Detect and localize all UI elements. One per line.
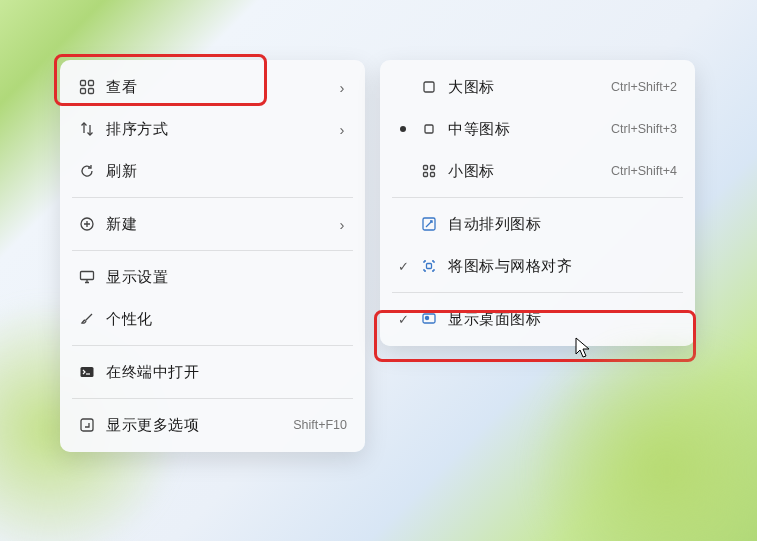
menu-item-personalize[interactable]: 个性化 — [66, 298, 359, 340]
check-indicator: ✓ — [392, 312, 414, 327]
small-icons-icon — [414, 163, 444, 179]
context-menu-view-submenu: 大图标 Ctrl+Shift+2 中等图标 Ctrl+Shift+3 小图标 C… — [380, 60, 695, 346]
menu-item-label: 新建 — [102, 215, 333, 234]
refresh-icon — [72, 163, 102, 179]
menu-item-label: 在终端中打开 — [102, 363, 351, 382]
menu-divider — [72, 398, 353, 399]
svg-rect-12 — [424, 173, 428, 177]
chevron-right-icon: › — [333, 216, 351, 233]
menu-item-label: 查看 — [102, 78, 333, 97]
menu-item-medium-icons[interactable]: 中等图标 Ctrl+Shift+3 — [386, 108, 689, 150]
menu-divider — [72, 197, 353, 198]
menu-item-accel: Ctrl+Shift+3 — [611, 122, 681, 136]
menu-item-label: 刷新 — [102, 162, 351, 181]
menu-item-label: 显示桌面图标 — [444, 310, 681, 329]
align-grid-icon — [414, 258, 444, 274]
menu-item-label: 将图标与网格对齐 — [444, 257, 681, 276]
svg-rect-7 — [81, 419, 93, 431]
cursor-icon — [575, 337, 593, 361]
menu-divider — [392, 197, 683, 198]
svg-rect-15 — [427, 264, 432, 269]
chevron-right-icon: › — [333, 79, 351, 96]
menu-item-accel: Shift+F10 — [293, 418, 351, 432]
svg-rect-13 — [431, 173, 435, 177]
menu-item-auto-arrange[interactable]: 自动排列图标 — [386, 203, 689, 245]
menu-item-show-desktop-icons[interactable]: ✓ 显示桌面图标 — [386, 298, 689, 340]
menu-item-view[interactable]: 查看 › — [66, 66, 359, 108]
menu-item-sort[interactable]: 排序方式 › — [66, 108, 359, 150]
chevron-right-icon: › — [333, 121, 351, 138]
svg-rect-6 — [81, 367, 94, 377]
svg-rect-11 — [431, 166, 435, 170]
brush-icon — [72, 311, 102, 327]
svg-rect-9 — [425, 125, 433, 133]
svg-rect-5 — [81, 272, 94, 280]
menu-item-refresh[interactable]: 刷新 — [66, 150, 359, 192]
menu-item-small-icons[interactable]: 小图标 Ctrl+Shift+4 — [386, 150, 689, 192]
menu-item-new[interactable]: 新建 › — [66, 203, 359, 245]
svg-rect-8 — [424, 82, 434, 92]
display-icon — [72, 269, 102, 285]
svg-point-17 — [425, 316, 428, 319]
menu-divider — [392, 292, 683, 293]
svg-rect-0 — [81, 81, 86, 86]
menu-divider — [72, 250, 353, 251]
menu-item-label: 显示设置 — [102, 268, 351, 287]
large-icons-icon — [414, 79, 444, 95]
context-menu-primary: 查看 › 排序方式 › 刷新 新建 › — [60, 60, 365, 452]
menu-divider — [72, 345, 353, 346]
menu-item-terminal[interactable]: 在终端中打开 — [66, 351, 359, 393]
terminal-icon — [72, 364, 102, 380]
medium-icons-icon — [414, 121, 444, 137]
menu-item-accel: Ctrl+Shift+2 — [611, 80, 681, 94]
svg-rect-2 — [81, 89, 86, 94]
menu-item-label: 自动排列图标 — [444, 215, 681, 234]
svg-rect-3 — [89, 89, 94, 94]
plus-circle-icon — [72, 216, 102, 232]
menu-item-label: 个性化 — [102, 310, 351, 329]
menu-item-label: 大图标 — [444, 78, 611, 97]
more-options-icon — [72, 417, 102, 433]
desktop-icons-icon — [414, 311, 444, 327]
menu-item-align-to-grid[interactable]: ✓ 将图标与网格对齐 — [386, 245, 689, 287]
menu-item-label: 排序方式 — [102, 120, 333, 139]
menu-item-label: 中等图标 — [444, 120, 611, 139]
menu-item-large-icons[interactable]: 大图标 Ctrl+Shift+2 — [386, 66, 689, 108]
menu-item-label: 显示更多选项 — [102, 416, 293, 435]
sort-icon — [72, 121, 102, 137]
menu-item-display-settings[interactable]: 显示设置 — [66, 256, 359, 298]
menu-item-more-options[interactable]: 显示更多选项 Shift+F10 — [66, 404, 359, 446]
check-indicator: ✓ — [392, 259, 414, 274]
menu-item-label: 小图标 — [444, 162, 611, 181]
menu-item-accel: Ctrl+Shift+4 — [611, 164, 681, 178]
grid-icon — [72, 79, 102, 95]
auto-arrange-icon — [414, 216, 444, 232]
svg-rect-1 — [89, 81, 94, 86]
svg-rect-10 — [424, 166, 428, 170]
radio-indicator — [392, 126, 414, 132]
